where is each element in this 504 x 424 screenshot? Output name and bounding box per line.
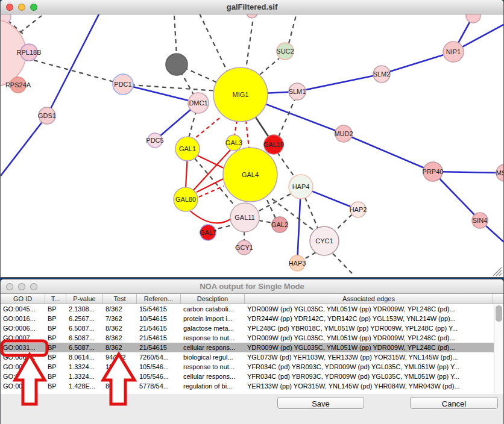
cancel-button[interactable]: Cancel [410,397,498,409]
table-cell: GO:0031... [1,372,45,381]
table-cell: YDR009W (pd) YGL035C, YML051W (pp) YDR00… [245,343,493,352]
table-row[interactable]: GO:0045...BP2.1308...8/36215/54615carbon… [1,304,494,314]
table-cell: cellular respons... [181,372,245,381]
table-cell: 6.5087... [66,343,103,352]
network-node[interactable] [247,14,257,18]
window-title: galFiltered.sif [227,2,278,11]
table-cell: 105/546... [137,372,181,381]
network-edge [246,14,254,69]
network-node[interactable] [166,54,187,75]
table-cell: 8/362 [103,304,137,314]
table-cell: 10/54615 [137,314,181,323]
network-edge [192,118,219,141]
window-controls [6,283,37,290]
minimize-button[interactable] [18,4,25,11]
close-button[interactable] [6,4,13,11]
network-window-titlebar[interactable]: galFiltered.sif [1,0,503,14]
minimize-button[interactable] [18,283,25,290]
table-cell: 7/362 [103,314,137,323]
resize-grip[interactable] [493,267,502,276]
table-cell: BP [45,304,66,314]
table-cell: response to nut... [181,333,245,343]
node-label: RPL18B [17,49,42,56]
table-cell: 5778/54... [137,381,181,391]
network-edge [303,252,316,260]
table-row[interactable]: GO:0007...BP6.5087...8/36221/54615respon… [1,333,494,343]
column-header-associated-edges[interactable]: Associated edges [245,294,493,304]
network-edge [174,16,177,55]
network-edge [1,116,47,176]
table-cell: BP [45,314,66,323]
network-edge [289,16,296,43]
table-row[interactable]: GO:0050...BP1.428E...80/3625778/54...reg… [1,381,494,391]
table-row[interactable]: GO:0016...BP6.2567...7/36210/54615protei… [1,314,494,323]
node-label: GDS1 [38,112,56,119]
node-label: HAP3 [289,260,306,267]
network-edge [200,14,230,76]
table-cell: BP [45,343,66,352]
table-cell: GO:0050... [1,381,45,391]
column-header-p-value[interactable]: P-value [66,294,103,304]
table-cell: 80/362 [103,381,137,391]
zoom-button[interactable] [30,4,37,11]
table-row[interactable]: GO:0006...BP6.5087...8/36221/54615galact… [1,323,494,333]
node-label: SLM2 [373,70,391,78]
node-label: HAP2 [350,206,367,213]
table-cell: biological regul... [181,352,245,362]
scrollbar-thumb[interactable] [496,305,502,322]
network-edge [260,58,279,75]
table-cell: GO:0045... [1,304,45,314]
table-cell: galactose meta... [181,323,245,333]
network-window: galFiltered.sif RPL18BRPS24AGDS1PDC1DMC1… [1,0,503,277]
table-cell: YFR034C (pd) YBR093C, YDR009W (pd) YGL03… [245,362,493,372]
close-button[interactable] [6,283,13,290]
node-label: RPS24A [5,81,31,89]
table-cell: 11/362 [103,372,137,381]
node-label: GAL1 [179,145,196,152]
node-label: MIG1 [233,91,249,98]
table-cell: YGL073W (pd) YER103W, YER133W (pp) YOR31… [245,352,493,362]
node-label: GAL2 [271,221,288,228]
node-label: NIP1 [446,48,461,55]
table-cell: 7260/54... [137,352,181,362]
save-button[interactable]: Save [277,397,364,409]
noa-window-titlebar[interactable]: NOA output for Single Mode [1,279,503,294]
table-cell: 1.3324... [66,372,103,381]
table-row[interactable]: GO:0031...BP1.3324...11/362105/546...res… [1,362,494,372]
column-header-desciption[interactable]: Desciption [181,294,245,304]
network-edge [235,120,237,136]
node-label: DMC1 [189,99,207,107]
zoom-button[interactable] [30,283,37,290]
window-title: NOA output for Single Mode [200,282,304,291]
table-cell: 2.1308... [66,304,103,314]
network-node[interactable] [466,14,480,23]
table-cell: 6.5087... [66,333,103,343]
table-cell: YFR034C (pd) YBR093C, YDR009W (pd) YGL03… [245,372,493,381]
column-header-t[interactable]: T... [45,294,66,304]
node-label: GAL4 [242,171,259,178]
vertical-scrollbar[interactable] [494,304,503,394]
column-header-go-id[interactable]: GO ID [1,294,45,304]
table-cell: carbon cataboli... [181,304,245,314]
network-edge [47,14,102,116]
node-label: PRP40 [423,168,444,175]
table-cell: 21/54615 [137,323,181,333]
table-cell: GO:0006... [1,323,45,333]
network-edge [433,172,503,173]
table-row[interactable]: GO:0031...BP1.3324...11/362105/546...cel… [1,372,494,381]
node-label: MSL1 [496,169,503,176]
node-label: GAL10 [263,141,284,148]
node-label: GCY1 [235,244,253,251]
table-row[interactable]: GO:0065...BP8.0614...94/3627260/54...bio… [1,352,494,362]
table-row[interactable]: GO:0031...BP6.5087...8/36221/54615cellul… [1,343,494,352]
network-edge [246,120,249,148]
column-header-test[interactable]: Test [103,294,137,304]
column-header-referen[interactable]: Referen... [137,294,181,304]
table-cell: YER133W (pp) YOR315W, YNL145W (pd) YHR08… [245,381,493,391]
network-edge [34,60,123,84]
network-edge [189,210,232,223]
network-canvas[interactable]: RPL18BRPS24AGDS1PDC1DMC1MIG1SUC2SLM1SLM2… [1,14,503,277]
network-edge [123,84,198,103]
node-label: CYC1 [315,237,333,245]
table-cell: 8/362 [103,323,137,333]
